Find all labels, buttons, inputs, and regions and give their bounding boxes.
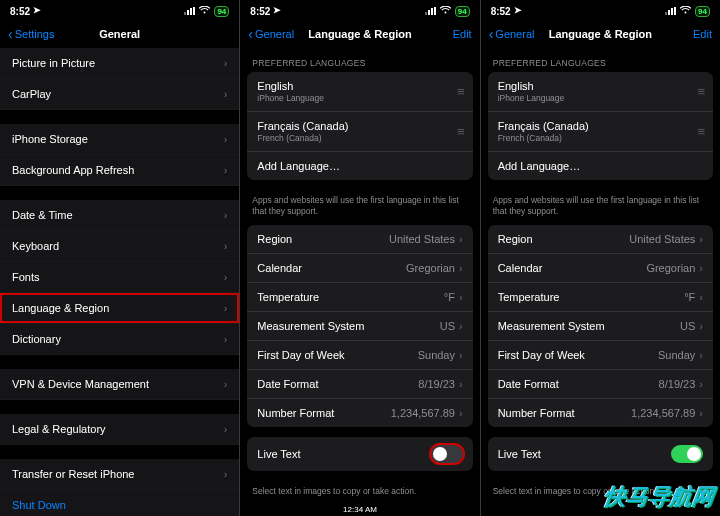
edit-button[interactable]: Edit [453, 28, 472, 40]
back-label: General [495, 28, 534, 40]
chevron-right-icon: › [459, 233, 463, 245]
row-language-region[interactable]: Language & Region › [0, 293, 239, 324]
live-text-footer: Select text in images to copy or take ac… [240, 481, 479, 503]
chevron-right-icon: › [224, 240, 228, 252]
row-temperature[interactable]: Temperature °F› [488, 282, 713, 311]
row-iphone-storage[interactable]: iPhone Storage › [0, 124, 239, 155]
add-language-row[interactable]: Add Language… [247, 151, 472, 180]
location-icon: ➤ [33, 5, 41, 15]
chevron-right-icon: › [459, 262, 463, 274]
screen-language-region-on: 8:52 ➤ 94 ‹ General Language & Region Ed… [481, 0, 720, 516]
location-icon: ➤ [514, 5, 522, 15]
chevron-left-icon: ‹ [489, 27, 494, 41]
wifi-icon [440, 6, 451, 16]
status-time: 8:52 [10, 6, 30, 17]
language-row-english[interactable]: English iPhone Language ≡ [488, 72, 713, 111]
cell-signal-icon [184, 7, 195, 15]
back-button[interactable]: ‹ General [248, 27, 294, 41]
language-region-content: PREFERRED LANGUAGES English iPhone Langu… [240, 48, 479, 503]
language-row-french[interactable]: Français (Canada) French (Canada) ≡ [488, 111, 713, 151]
row-keyboard[interactable]: Keyboard › [0, 231, 239, 262]
row-measurement-system[interactable]: Measurement System US› [247, 311, 472, 340]
row-number-format[interactable]: Number Format 1,234,567.89› [488, 398, 713, 427]
chevron-right-icon: › [459, 378, 463, 390]
row-shut-down[interactable]: Shut Down [0, 490, 239, 516]
row-region[interactable]: Region United States› [488, 225, 713, 253]
language-region-content: PREFERRED LANGUAGES English iPhone Langu… [481, 48, 720, 516]
drag-handle-icon[interactable]: ≡ [457, 85, 463, 98]
cell-signal-icon [425, 7, 436, 15]
status-bar: 8:52 ➤ 94 [481, 0, 720, 20]
row-calendar[interactable]: Calendar Gregorian› [247, 253, 472, 282]
row-dictionary[interactable]: Dictionary › [0, 324, 239, 355]
chevron-right-icon: › [699, 233, 703, 245]
language-row-french[interactable]: Français (Canada) French (Canada) ≡ [247, 111, 472, 151]
chevron-right-icon: › [699, 378, 703, 390]
wifi-icon [199, 6, 210, 16]
row-legal-regulatory[interactable]: Legal & Regulatory › [0, 414, 239, 445]
chevron-right-icon: › [224, 423, 228, 435]
drag-handle-icon[interactable]: ≡ [697, 85, 703, 98]
row-date-format[interactable]: Date Format 8/19/23› [488, 369, 713, 398]
row-fonts[interactable]: Fonts › [0, 262, 239, 293]
chevron-right-icon: › [699, 291, 703, 303]
row-region[interactable]: Region United States› [247, 225, 472, 253]
preferred-languages-header: PREFERRED LANGUAGES [240, 48, 479, 72]
location-icon: ➤ [273, 5, 281, 15]
row-date-format[interactable]: Date Format 8/19/23› [247, 369, 472, 398]
chevron-right-icon: › [224, 209, 228, 221]
nav-header: ‹ Settings General [0, 20, 239, 48]
status-bar: 8:52 ➤ 94 [0, 0, 239, 20]
chevron-right-icon: › [224, 333, 228, 345]
chevron-right-icon: › [699, 262, 703, 274]
row-first-day-of-week[interactable]: First Day of Week Sunday› [488, 340, 713, 369]
preferred-languages-header: PREFERRED LANGUAGES [481, 48, 720, 72]
row-live-text[interactable]: Live Text [247, 437, 472, 471]
drag-handle-icon[interactable]: ≡ [697, 125, 703, 138]
row-background-app-refresh[interactable]: Background App Refresh › [0, 155, 239, 186]
bottom-time: 12:34 AM [240, 503, 479, 516]
row-carplay[interactable]: CarPlay › [0, 79, 239, 110]
chevron-right-icon: › [699, 349, 703, 361]
row-measurement-system[interactable]: Measurement System US› [488, 311, 713, 340]
nav-header: ‹ General Language & Region Edit [240, 20, 479, 48]
status-time: 8:52 [250, 6, 270, 17]
live-text-toggle[interactable] [431, 445, 463, 463]
edit-button[interactable]: Edit [693, 28, 712, 40]
live-text-toggle[interactable] [671, 445, 703, 463]
cell-signal-icon [665, 7, 676, 15]
row-calendar[interactable]: Calendar Gregorian› [488, 253, 713, 282]
row-date-time[interactable]: Date & Time › [0, 200, 239, 231]
add-language-row[interactable]: Add Language… [488, 151, 713, 180]
row-transfer-reset[interactable]: Transfer or Reset iPhone › [0, 459, 239, 490]
back-button[interactable]: ‹ General [489, 27, 535, 41]
chevron-right-icon: › [224, 133, 228, 145]
battery-icon: 94 [214, 6, 229, 17]
chevron-right-icon: › [224, 271, 228, 283]
status-bar: 8:52 ➤ 94 [240, 0, 479, 20]
chevron-right-icon: › [459, 291, 463, 303]
row-vpn-device-management[interactable]: VPN & Device Management › [0, 369, 239, 400]
chevron-right-icon: › [699, 320, 703, 332]
chevron-left-icon: ‹ [248, 27, 253, 41]
row-number-format[interactable]: Number Format 1,234,567.89› [247, 398, 472, 427]
battery-icon: 94 [695, 6, 710, 17]
languages-footer: Apps and websites will use the first lan… [240, 190, 479, 225]
back-label: Settings [15, 28, 55, 40]
row-temperature[interactable]: Temperature °F› [247, 282, 472, 311]
chevron-right-icon: › [699, 407, 703, 419]
drag-handle-icon[interactable]: ≡ [457, 125, 463, 138]
screen-language-region-off: 8:52 ➤ 94 ‹ General Language & Region Ed… [240, 0, 479, 516]
chevron-right-icon: › [224, 468, 228, 480]
chevron-right-icon: › [224, 302, 228, 314]
row-live-text[interactable]: Live Text [488, 437, 713, 471]
back-button[interactable]: ‹ Settings [8, 27, 54, 41]
nav-header: ‹ General Language & Region Edit [481, 20, 720, 48]
row-first-day-of-week[interactable]: First Day of Week Sunday› [247, 340, 472, 369]
language-row-english[interactable]: English iPhone Language ≡ [247, 72, 472, 111]
chevron-right-icon: › [224, 57, 228, 69]
row-picture-in-picture[interactable]: Picture in Picture › [0, 48, 239, 79]
wifi-icon [680, 6, 691, 16]
chevron-left-icon: ‹ [8, 27, 13, 41]
screen-general: 8:52 ➤ 94 ‹ Settings General Picture in … [0, 0, 239, 516]
